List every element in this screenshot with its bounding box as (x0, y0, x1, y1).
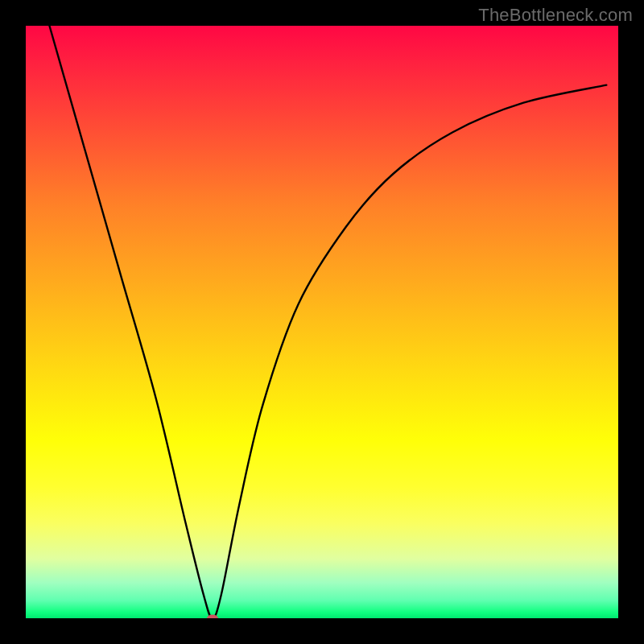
bottleneck-curve (26, 26, 618, 618)
plot-area (26, 26, 618, 618)
watermark-text: TheBottleneck.com (478, 5, 633, 26)
minimum-marker (207, 615, 218, 619)
chart-frame: TheBottleneck.com (0, 0, 644, 644)
